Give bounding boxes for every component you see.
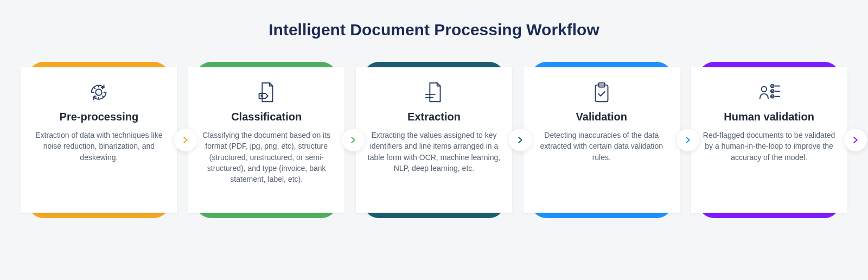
step-card: Pre-processing Extraction of data with t… xyxy=(21,67,177,213)
document-tag-icon xyxy=(252,78,280,106)
step-card: Extraction Extracting the values assigne… xyxy=(356,67,512,213)
step-card: Classification Classifying the document … xyxy=(188,67,344,213)
workflow-diagram: Intelligent Document Processing Workflow xyxy=(0,0,868,218)
arrow-icon xyxy=(174,129,197,151)
steps-row: Pre-processing Extraction of data with t… xyxy=(15,62,853,218)
step-title: Human validation xyxy=(724,111,814,123)
clipboard-check-icon xyxy=(588,78,616,106)
step-title: Validation xyxy=(576,111,627,123)
step-title: Extraction xyxy=(407,111,461,123)
arrow-icon xyxy=(342,129,365,151)
step-extraction: Extraction Extracting the values assigne… xyxy=(350,62,518,218)
arrow-icon xyxy=(676,129,699,151)
step-desc: Classifying the document based on its fo… xyxy=(198,130,335,184)
step-preprocessing: Pre-processing Extraction of data with t… xyxy=(15,62,183,218)
svg-point-1 xyxy=(261,96,262,97)
step-human-validation: Human validation Red-flagged documents t… xyxy=(685,62,853,218)
document-lines-icon xyxy=(420,78,448,106)
step-desc: Extracting the values assigned to key id… xyxy=(366,130,502,174)
svg-point-0 xyxy=(96,89,103,96)
step-card: Human validation Red-flagged documents t… xyxy=(691,67,847,213)
step-desc: Red-flagged documents to be validated by… xyxy=(701,130,838,163)
diagram-title: Intelligent Document Processing Workflow xyxy=(15,21,853,39)
step-title: Pre-processing xyxy=(60,111,139,123)
step-desc: Detecting inaccuracies of the data extra… xyxy=(533,130,670,163)
step-classification: Classification Classifying the document … xyxy=(183,62,350,218)
arrow-icon xyxy=(509,129,532,151)
step-validation: Validation Detecting inaccuracies of the… xyxy=(518,62,685,218)
human-checklist-icon xyxy=(755,78,783,106)
svg-point-4 xyxy=(761,86,767,92)
arrow-icon xyxy=(844,129,867,151)
step-desc: Extraction of data with techniques like … xyxy=(30,130,167,163)
step-card: Validation Detecting inaccuracies of the… xyxy=(524,67,680,213)
gear-cycle-icon xyxy=(85,78,113,106)
step-title: Classification xyxy=(231,111,302,123)
